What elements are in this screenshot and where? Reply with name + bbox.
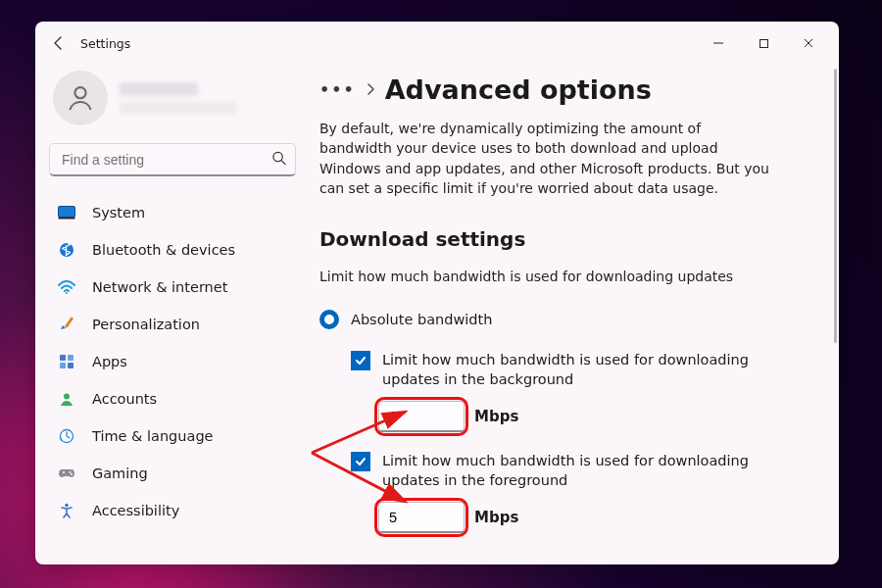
svg-rect-3 (59, 207, 75, 218)
checkbox-label: Limit how much bandwidth is used for dow… (382, 452, 784, 490)
svg-rect-0 (760, 39, 767, 47)
unit-label: Mbps (474, 509, 518, 526)
download-section-title: Download settings (319, 227, 817, 251)
svg-point-16 (65, 504, 68, 507)
nav-label: Accounts (92, 391, 157, 407)
nav-item-accounts[interactable]: Accounts (49, 380, 296, 417)
nav-label: Time & language (92, 428, 214, 444)
nav-label: Personalization (92, 317, 200, 332)
unit-label: Mbps (474, 408, 518, 425)
gaming-icon (57, 464, 76, 483)
svg-rect-11 (68, 363, 74, 368)
bluetooth-icon (57, 240, 76, 260)
minimize-button[interactable] (696, 27, 741, 59)
user-block (120, 82, 296, 114)
titlebar: Settings (35, 22, 839, 65)
svg-rect-9 (68, 355, 74, 361)
scrollbar[interactable] (834, 69, 837, 343)
search-icon (271, 151, 286, 170)
nav-item-accessibility[interactable]: Accessibility (49, 492, 296, 529)
page-description: By default, we're dynamically optimizing… (319, 119, 770, 198)
page-title: Advanced options (385, 74, 652, 105)
svg-point-1 (74, 87, 85, 98)
radio-label: Absolute bandwidth (351, 312, 492, 327)
back-button[interactable] (43, 27, 74, 59)
checkbox-label: Limit how much bandwidth is used for dow… (382, 351, 784, 389)
svg-rect-8 (60, 355, 66, 361)
nav-label: Bluetooth & devices (92, 242, 235, 258)
close-button[interactable] (786, 27, 831, 59)
window-controls (696, 27, 831, 59)
nav-list: System Bluetooth & devices Network & int… (49, 194, 296, 529)
user-email-redacted (120, 102, 237, 114)
personalization-icon (57, 315, 76, 334)
chevron-right-icon (366, 80, 375, 99)
svg-point-14 (70, 471, 72, 473)
svg-point-6 (66, 292, 68, 294)
search-input[interactable] (49, 143, 296, 176)
nav-label: System (92, 205, 145, 220)
input-background-mbps[interactable] (378, 401, 465, 432)
profile[interactable] (53, 71, 296, 125)
nav-item-apps[interactable]: Apps (49, 343, 296, 380)
breadcrumb: ••• Advanced options (319, 74, 817, 105)
svg-rect-4 (59, 218, 75, 220)
checkbox-foreground-limit[interactable] (351, 452, 370, 471)
input-foreground-mbps[interactable] (378, 502, 465, 533)
settings-window: Settings (35, 22, 839, 564)
maximize-button[interactable] (741, 27, 786, 59)
nav-label: Network & internet (92, 279, 227, 295)
checkbox-background-limit[interactable] (351, 351, 370, 370)
svg-point-2 (273, 152, 282, 161)
nav-label: Apps (92, 354, 127, 369)
system-icon (57, 203, 76, 222)
network-icon (57, 277, 76, 297)
svg-point-12 (64, 394, 70, 400)
radio-absolute-bandwidth[interactable] (319, 310, 339, 329)
apps-icon (57, 352, 76, 371)
nav-item-personalization[interactable]: Personalization (49, 306, 296, 343)
download-section-subtitle: Limit how much bandwidth is used for dow… (319, 269, 817, 284)
nav-label: Accessibility (92, 503, 179, 518)
avatar (53, 71, 108, 125)
nav-item-time[interactable]: Time & language (49, 417, 296, 455)
breadcrumb-ellipsis[interactable]: ••• (319, 80, 356, 99)
svg-rect-10 (60, 363, 66, 368)
nav-item-network[interactable]: Network & internet (49, 269, 296, 306)
nav-item-system[interactable]: System (49, 194, 296, 231)
user-name-redacted (120, 82, 198, 96)
nav-item-gaming[interactable]: Gaming (49, 455, 296, 492)
nav-label: Gaming (92, 466, 148, 481)
accounts-icon (57, 389, 76, 409)
nav-item-bluetooth[interactable]: Bluetooth & devices (49, 231, 296, 269)
time-icon (57, 426, 76, 446)
accessibility-icon (57, 501, 76, 520)
app-title: Settings (80, 36, 130, 51)
svg-rect-7 (65, 317, 74, 328)
svg-point-15 (71, 473, 73, 475)
